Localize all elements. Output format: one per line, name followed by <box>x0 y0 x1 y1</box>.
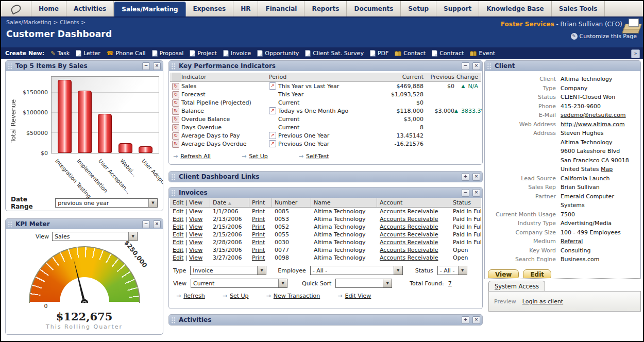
employee-select[interactable]: - All -▼ <box>310 266 403 275</box>
tab-knowledge-base[interactable]: Knowledge Base <box>479 1 551 16</box>
view-link[interactable]: View <box>189 254 202 261</box>
invoices-setup-link[interactable]: Set Up <box>223 293 249 299</box>
invoices-refresh-link[interactable]: Refresh <box>176 293 205 299</box>
close-button[interactable]: × <box>153 220 161 228</box>
close-button[interactable]: × <box>472 316 480 324</box>
refresh-icon[interactable] <box>172 91 179 98</box>
trend-chart-icon[interactable] <box>269 132 276 139</box>
edit-link[interactable]: Edit <box>173 239 183 246</box>
account-link[interactable]: Accounts Receivable <box>380 224 438 230</box>
view-link[interactable]: View <box>189 239 202 246</box>
refresh-all-link[interactable]: Refresh All <box>173 153 211 160</box>
email-link[interactable]: sedemo@netsuite.com <box>561 112 626 118</box>
minimize-button[interactable]: − <box>462 62 469 70</box>
edit-link[interactable]: Edit <box>173 247 183 253</box>
refresh-icon[interactable] <box>172 99 179 107</box>
view-link[interactable]: View <box>189 224 202 230</box>
drag-handle-icon[interactable] <box>8 221 12 228</box>
account-link[interactable]: Accounts Receivable <box>380 208 438 215</box>
create-client-sat-survey[interactable]: Client Sat. Survey <box>305 50 364 57</box>
map-link[interactable]: Map <box>601 166 613 173</box>
create-opportunity[interactable]: Opportunity <box>257 50 299 57</box>
view-link[interactable]: View <box>189 216 202 223</box>
medium-link[interactable]: Referral <box>561 238 583 245</box>
tab-financial[interactable]: Financial <box>258 1 304 16</box>
tab-setup[interactable]: Setup <box>401 1 436 16</box>
toolbar-expand-icon[interactable]: » <box>631 49 640 58</box>
app-logo[interactable] <box>1 1 31 16</box>
kpi-view-select[interactable]: Sales▼ <box>52 232 138 241</box>
close-button[interactable]: × <box>472 173 480 181</box>
trend-chart-icon[interactable] <box>269 140 276 147</box>
create-pdf[interactable]: PDF <box>370 50 388 57</box>
account-link[interactable]: Accounts Receivable <box>380 231 438 238</box>
edit-view-link[interactable]: Edit View <box>337 293 371 299</box>
close-button[interactable]: × <box>472 189 480 197</box>
create-project[interactable]: Project <box>190 50 217 57</box>
type-select[interactable]: Invoice▼ <box>190 266 266 275</box>
account-link[interactable]: Accounts Receivable <box>380 254 438 261</box>
quick-sort-select[interactable]: ▼ <box>335 279 392 288</box>
expand-button[interactable]: + <box>462 173 469 181</box>
tab-expenses[interactable]: Expenses <box>186 1 234 16</box>
kpi-setup-link[interactable]: Set Up <box>242 153 268 160</box>
trend-chart-icon[interactable] <box>269 107 276 114</box>
edit-button[interactable]: Edit <box>523 269 551 279</box>
view-link[interactable]: View <box>189 231 202 238</box>
tab-system-access[interactable]: System Access <box>488 281 545 292</box>
minimize-button[interactable]: − <box>142 62 150 70</box>
minimize-button[interactable]: − <box>142 220 150 228</box>
tab-hr[interactable]: HR <box>233 1 258 16</box>
print-link[interactable]: Print <box>252 208 265 215</box>
create-contact[interactable]: Contact <box>395 50 426 57</box>
account-link[interactable]: Accounts Receivable <box>380 239 438 246</box>
print-link[interactable]: Print <box>252 216 265 223</box>
print-link[interactable]: Print <box>252 247 265 253</box>
new-transaction-link[interactable]: New Transaction <box>266 293 320 299</box>
create-contract[interactable]: Contract <box>432 50 464 57</box>
drag-handle-icon[interactable] <box>171 317 176 323</box>
tab-support[interactable]: Support <box>436 1 479 16</box>
create-phone-call[interactable]: ☎Phone Call <box>107 50 146 57</box>
view-select[interactable]: Current▼ <box>191 279 287 288</box>
refresh-icon[interactable] <box>172 83 179 90</box>
edit-link[interactable]: Edit <box>173 208 183 215</box>
create-event[interactable]: Event <box>470 50 495 57</box>
account-link[interactable]: Accounts Receivable <box>380 247 438 253</box>
refresh-icon[interactable] <box>172 116 179 123</box>
create-task[interactable]: ✎Task <box>50 50 70 57</box>
refresh-icon[interactable] <box>172 141 179 148</box>
self-test-link[interactable]: Self-Test <box>299 153 329 160</box>
minimize-button[interactable]: − <box>462 189 469 197</box>
view-button[interactable]: View <box>488 269 519 279</box>
create-letter[interactable]: Letter <box>76 50 100 57</box>
date-column-header[interactable]: Date ▲ <box>210 198 249 207</box>
edit-link[interactable]: Edit <box>173 254 183 261</box>
tab-home[interactable]: Home <box>31 1 66 16</box>
close-button[interactable]: × <box>153 62 161 70</box>
view-link[interactable]: View <box>189 247 202 253</box>
view-link[interactable]: View <box>189 208 202 215</box>
edit-link[interactable]: Edit <box>173 216 183 223</box>
status-select[interactable]: - All -▼ <box>437 266 467 275</box>
print-link[interactable]: Print <box>252 231 265 238</box>
refresh-icon[interactable] <box>172 108 179 115</box>
drag-handle-icon[interactable] <box>171 63 176 70</box>
tab-activities[interactable]: Activities <box>66 1 114 16</box>
total-found-count[interactable]: 7 <box>448 280 452 287</box>
drag-handle-icon[interactable] <box>171 190 176 196</box>
drag-handle-icon[interactable] <box>8 63 12 70</box>
tab-sales-marketing[interactable]: Sales/Marketing <box>114 2 185 16</box>
close-button[interactable]: × <box>472 62 480 70</box>
create-proposal[interactable]: Proposal <box>152 50 184 57</box>
edit-link[interactable]: Edit <box>173 224 183 230</box>
print-link[interactable]: Print <box>252 239 265 246</box>
refresh-icon[interactable] <box>172 124 179 131</box>
trend-chart-icon[interactable] <box>269 82 276 90</box>
create-invoice[interactable]: Invoice <box>223 50 251 57</box>
tab-reports[interactable]: Reports <box>304 1 347 16</box>
refresh-icon[interactable] <box>172 132 179 140</box>
account-link[interactable]: Accounts Receivable <box>380 216 438 223</box>
print-link[interactable]: Print <box>252 224 265 230</box>
tab-sales-tools[interactable]: Sales Tools <box>552 1 605 16</box>
